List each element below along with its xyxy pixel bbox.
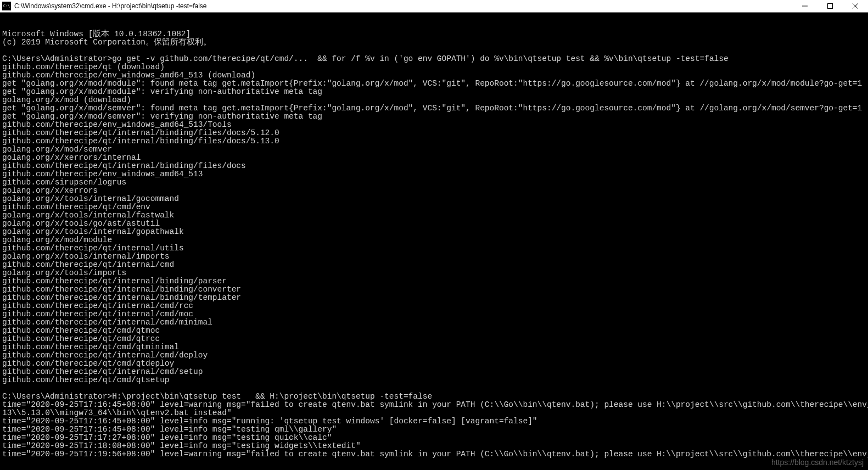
terminal-line: github.com/therecipe/qt/internal/binding…: [2, 129, 866, 137]
terminal-line: github.com/therecipe/qt/cmd/env: [2, 203, 866, 211]
terminal-line: github.com/therecipe/qt (download): [2, 63, 866, 71]
terminal-line: get "golang.org/x/mod/module": verifying…: [2, 88, 866, 96]
terminal-line: github.com/therecipe/qt/cmd/qtminimal: [2, 343, 866, 351]
terminal-line: github.com/therecipe/qt/internal/cmd/set…: [2, 368, 866, 376]
close-icon: [853, 3, 858, 9]
window-root: C:\Windows\system32\cmd.exe - H:\project…: [0, 0, 868, 470]
terminal-line: github.com/therecipe/qt/cmd/qtdeploy: [2, 360, 866, 368]
terminal-line: golang.org/x/xerrors: [2, 187, 866, 195]
terminal-line: github.com/therecipe/qt/cmd/qtmoc: [2, 327, 866, 335]
terminal-line: github.com/sirupsen/logrus: [2, 178, 866, 187]
maximize-icon: [827, 3, 833, 9]
terminal-line: golang.org/x/tools/internal/imports: [2, 253, 866, 261]
terminal-line: time="2020-09-25T17:16:45+08:00" level=i…: [2, 417, 866, 426]
terminal-line: time="2020-09-25T17:17:27+08:00" level=i…: [2, 434, 866, 442]
terminal-line: time="2020-09-25T17:18:08+08:00" level=i…: [2, 442, 866, 450]
titlebar[interactable]: C:\Windows\system32\cmd.exe - H:\project…: [0, 0, 868, 13]
terminal-line: github.com/therecipe/env_windows_amd64_5…: [2, 170, 866, 178]
terminal-line: github.com/therecipe/qt/internal/binding…: [2, 277, 866, 286]
terminal-line: github.com/therecipe/qt/internal/cmd: [2, 261, 866, 269]
terminal-line: github.com/therecipe/qt/internal/cmd/dep…: [2, 351, 866, 360]
terminal-line: C:\Users\Administrator>go get -v github.…: [2, 55, 866, 63]
terminal-line: [2, 47, 866, 55]
terminal-line: github.com/therecipe/qt/internal/binding…: [2, 137, 866, 146]
terminal-line: get "golang.org/x/mod/module": found met…: [2, 80, 866, 88]
terminal-line: github.com/therecipe/qt/internal/binding…: [2, 286, 866, 294]
terminal-line: C:\Users\Administrator>H:\project\bin\qt…: [2, 393, 866, 401]
terminal-line: golang.org/x/tools/imports: [2, 269, 866, 277]
terminal-line: github.com/therecipe/qt/cmd/qtrcc: [2, 335, 866, 343]
terminal-line: golang.org/x/tools/go/ast/astutil: [2, 220, 866, 228]
terminal-line: golang.org/x/mod (download): [2, 96, 866, 104]
terminal-line: time="2020-09-25T17:19:56+08:00" level=w…: [2, 450, 866, 458]
terminal-line: github.com/therecipe/qt/internal/cmd/moc: [2, 310, 866, 318]
terminal-line: get "golang.org/x/mod/semver": verifying…: [2, 113, 866, 121]
terminal-line: github.com/therecipe/qt/internal/binding…: [2, 294, 866, 302]
terminal-line: golang.org/x/mod/semver: [2, 146, 866, 154]
terminal-line: github.com/therecipe/qt/internal/cmd/min…: [2, 318, 866, 327]
terminal-line: github.com/therecipe/qt/cmd/qtsetup: [2, 376, 866, 384]
terminal-line: golang.org/x/xerrors/internal: [2, 154, 866, 162]
maximize-button[interactable]: [817, 0, 843, 13]
watermark: https://blog.csdn.net/ktztysj: [771, 458, 864, 467]
terminal-line: golang.org/x/mod/module: [2, 236, 866, 244]
terminal-line: 13\\5.13.0\\mingw73_64\\bin\\qtenv2.bat …: [2, 409, 866, 417]
close-button[interactable]: [843, 0, 868, 13]
terminal-line: (c) 2019 Microsoft Corporation。保留所有权利。: [2, 38, 866, 47]
terminal-line: [2, 384, 866, 393]
cmd-icon: [2, 2, 11, 10]
terminal-line: get "golang.org/x/mod/semver": found met…: [2, 104, 866, 113]
terminal-line: golang.org/x/tools/internal/fastwalk: [2, 211, 866, 220]
window-title: C:\Windows\system32\cmd.exe - H:\project…: [13, 2, 206, 10]
terminal-line: time="2020-09-25T17:16:45+08:00" level=w…: [2, 401, 866, 409]
terminal-output[interactable]: Microsoft Windows [版本 10.0.18362.1082](c…: [0, 13, 868, 470]
terminal-line: golang.org/x/tools/internal/gocommand: [2, 195, 866, 203]
minimize-icon: [802, 3, 808, 9]
terminal-line: Microsoft Windows [版本 10.0.18362.1082]: [2, 30, 866, 38]
terminal-line: github.com/therecipe/qt/internal/binding…: [2, 162, 866, 170]
terminal-line: github.com/therecipe/qt/internal/cmd/rcc: [2, 302, 866, 310]
terminal-line: github.com/therecipe/env_windows_amd64_5…: [2, 121, 866, 129]
minimize-button[interactable]: [792, 0, 817, 13]
terminal-line: github.com/therecipe/env_windows_amd64_5…: [2, 71, 866, 80]
terminal-line: github.com/therecipe/qt/internal/utils: [2, 244, 866, 253]
terminal-line: golang.org/x/tools/internal/gopathwalk: [2, 228, 866, 236]
terminal-line: time="2020-09-25T17:16:45+08:00" level=i…: [2, 426, 866, 434]
svg-rect-1: [828, 4, 833, 9]
